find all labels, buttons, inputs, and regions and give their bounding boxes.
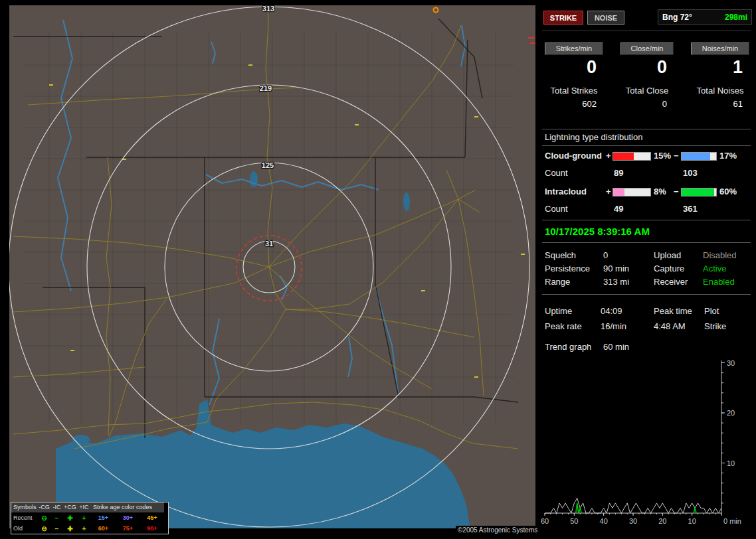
capture-label: Capture bbox=[654, 264, 684, 273]
trend-graph-label: Trend graph bbox=[545, 342, 591, 352]
total-close-label: Total Close bbox=[620, 86, 674, 96]
svg-text:10: 10 bbox=[688, 517, 696, 525]
minus-sign: − bbox=[674, 187, 679, 196]
trend-window-value: 60 min bbox=[603, 342, 629, 352]
neg-cg-recent-icon: ⊖ bbox=[38, 514, 50, 522]
neg-ic-recent-icon: − bbox=[50, 514, 63, 522]
legend-recent-label: Recent bbox=[11, 514, 38, 521]
close-per-min-button[interactable]: Close/min bbox=[620, 42, 674, 55]
ring-label-313: 313 bbox=[262, 5, 274, 13]
map-canvas[interactable]: 313 219 125 31 bbox=[9, 5, 535, 528]
legend-col-pos-ic: +IC bbox=[77, 502, 91, 512]
age-75: 75+ bbox=[116, 525, 140, 532]
bearing-value: Bng 72° bbox=[662, 13, 692, 22]
peak-rate-value: 16/min bbox=[601, 321, 626, 331]
ic-positive-bar bbox=[613, 188, 651, 196]
noises-rate-column: Noises/min 1 Total Noises 61 bbox=[691, 42, 749, 109]
uptime-label: Uptime bbox=[545, 306, 572, 316]
svg-text:20: 20 bbox=[658, 517, 666, 525]
status-panel: STRIKE NOISE Bng 72° 298mi Strikes/min 0… bbox=[539, 5, 753, 534]
datetime-display: 10/17/2025 8:39:16 AM bbox=[545, 226, 650, 237]
distribution-header: Lightning type distribution bbox=[545, 132, 642, 142]
total-noises-value: 61 bbox=[691, 99, 749, 109]
capture-status: Active bbox=[703, 264, 726, 273]
svg-text:50: 50 bbox=[570, 517, 578, 525]
peak-time-value: 4:48 AM bbox=[654, 321, 686, 331]
legend-col-neg-cg: -CG bbox=[38, 502, 50, 512]
intracloud-label: Intracloud bbox=[545, 187, 587, 196]
persistence-label: Persistence bbox=[545, 264, 590, 273]
persistence-value: 90 min bbox=[603, 264, 629, 273]
legend-col-pos-cg: +CG bbox=[63, 502, 77, 512]
svg-text:30: 30 bbox=[629, 517, 637, 525]
peak-rate-label: Peak rate bbox=[545, 321, 582, 331]
total-strikes-label: Total Strikes bbox=[545, 86, 603, 96]
svg-text:60: 60 bbox=[541, 517, 549, 525]
age-45: 45+ bbox=[140, 514, 164, 521]
total-close-value: 0 bbox=[620, 99, 674, 109]
age-15: 15+ bbox=[91, 514, 116, 521]
divider bbox=[542, 145, 751, 146]
squelch-value: 0 bbox=[603, 250, 608, 260]
count-label: Count bbox=[545, 168, 568, 178]
age-60: 60+ bbox=[91, 525, 116, 532]
distance-value: 298mi bbox=[725, 13, 747, 22]
plot-mode-value: Strike bbox=[704, 321, 726, 331]
divider bbox=[542, 242, 751, 243]
bearing-distance-box: Bng 72° 298mi bbox=[658, 9, 752, 25]
divider bbox=[542, 31, 751, 31]
legend-col-neg-ic: -IC bbox=[50, 502, 63, 512]
cg-positive-bar-fill bbox=[613, 153, 634, 160]
ic-negative-count: 361 bbox=[683, 204, 698, 214]
receiver-status: Enabled bbox=[703, 277, 735, 287]
ic-positive-count: 49 bbox=[614, 204, 623, 214]
strikes-per-min-button[interactable]: Strikes/min bbox=[545, 42, 603, 55]
age-30: 30+ bbox=[116, 514, 140, 521]
divider bbox=[542, 129, 751, 129]
range-label: Range bbox=[545, 277, 570, 287]
divider bbox=[542, 294, 751, 295]
strikes-per-min-value: 0 bbox=[545, 55, 603, 78]
plot-label: Plot bbox=[704, 306, 719, 316]
cg-positive-pct: 15% bbox=[654, 151, 671, 161]
ring-label-125: 125 bbox=[262, 161, 274, 169]
copyright-text: ©2005 Astrogenic Systems bbox=[456, 526, 539, 534]
neg-ic-old-icon: − bbox=[50, 525, 63, 532]
uptime-value: 04:09 bbox=[601, 306, 622, 316]
cg-positive-bar bbox=[613, 152, 651, 161]
age-90: 90+ bbox=[140, 525, 164, 532]
plus-sign: + bbox=[606, 187, 611, 196]
cg-negative-bar bbox=[681, 152, 717, 161]
pos-cg-old-icon: ✚ bbox=[63, 525, 77, 532]
close-per-min-value: 0 bbox=[620, 55, 674, 78]
cloud-ground-label: Cloud-ground bbox=[545, 151, 602, 161]
cg-negative-count: 103 bbox=[683, 168, 698, 178]
plus-sign: + bbox=[606, 151, 611, 161]
legend-symbols-header: Symbols bbox=[11, 502, 38, 512]
ic-negative-pct: 60% bbox=[719, 187, 737, 196]
svg-text:20: 20 bbox=[727, 409, 735, 417]
upload-status: Disabled bbox=[703, 250, 737, 260]
peak-time-label: Peak time bbox=[654, 306, 692, 316]
pos-cg-recent-icon: ✚ bbox=[63, 514, 77, 522]
cg-negative-pct: 17% bbox=[719, 151, 737, 161]
pos-ic-recent-icon: + bbox=[77, 514, 91, 522]
cg-negative-bar-fill bbox=[682, 153, 710, 160]
svg-text:40: 40 bbox=[600, 517, 608, 525]
noises-per-min-button[interactable]: Noises/min bbox=[691, 42, 749, 55]
ring-label-31: 31 bbox=[265, 240, 273, 248]
total-strikes-value: 602 bbox=[545, 99, 603, 109]
noise-mode-button[interactable]: NOISE bbox=[587, 11, 624, 25]
ic-positive-bar-fill bbox=[613, 189, 624, 196]
pos-ic-old-icon: + bbox=[77, 525, 91, 532]
close-rate-column: Close/min 0 Total Close 0 bbox=[620, 42, 674, 109]
ring-label-219: 219 bbox=[260, 84, 272, 92]
total-noises-label: Total Noises bbox=[691, 86, 749, 96]
strike-mode-button[interactable]: STRIKE bbox=[543, 11, 583, 25]
app-window: 313 219 125 31 Symbols -CG -IC +CG +IC S… bbox=[0, 0, 756, 539]
receiver-label: Receiver bbox=[654, 277, 688, 287]
divider bbox=[542, 220, 751, 220]
range-value: 313 mi bbox=[603, 277, 629, 287]
ic-positive-pct: 8% bbox=[654, 187, 666, 196]
noises-per-min-value: 1 bbox=[691, 55, 749, 78]
